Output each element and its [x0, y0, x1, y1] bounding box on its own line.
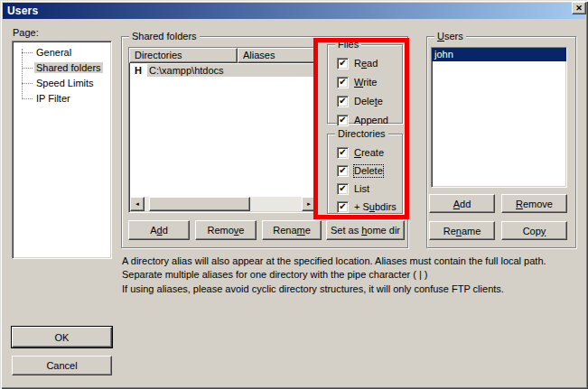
- directories-list: Directories Aliases H C:\xampp\htdocs ◄ …: [128, 47, 318, 213]
- check-icon: ✔: [339, 184, 346, 193]
- titlebar[interactable]: Users: [3, 3, 585, 19]
- tree-item-label-selected: Shared folders: [34, 62, 103, 73]
- list-checkbox[interactable]: ✔: [337, 183, 349, 195]
- directories-group-label: Directories: [335, 128, 388, 140]
- button-label: Set as home dir: [331, 225, 400, 236]
- files-permissions-group: Files ✔ Read ✔ Write ✔ Delete ✔ Append: [327, 44, 403, 124]
- tree-item-label: General: [34, 47, 73, 58]
- folder-add-button[interactable]: Add: [128, 220, 190, 240]
- arrow-right-icon: ►: [306, 201, 312, 207]
- column-header-directories[interactable]: Directories: [129, 48, 238, 63]
- tree-item-ip-filter[interactable]: IP Filter: [13, 91, 111, 107]
- dir-delete-checkbox[interactable]: ✔: [337, 165, 349, 177]
- set-as-home-dir-button[interactable]: Set as home dir: [326, 220, 405, 240]
- label-pre: Cop: [523, 226, 541, 236]
- label-post: dd: [460, 199, 471, 209]
- label-pre: Delete: [354, 165, 383, 176]
- list-header: Directories Aliases: [129, 48, 317, 63]
- checkbox-row-dir-delete[interactable]: ✔ Delete: [337, 164, 383, 178]
- checkbox-row-write[interactable]: ✔ Write: [337, 76, 377, 89]
- file-delete-label: Delete: [354, 96, 383, 107]
- user-add-button[interactable]: Add: [429, 194, 495, 213]
- files-group-label: Files: [335, 39, 361, 51]
- list-label: List: [354, 183, 369, 195]
- horizontal-scrollbar[interactable]: ◄ ►: [130, 197, 316, 211]
- user-remove-button[interactable]: Remove: [501, 194, 567, 213]
- ok-button[interactable]: OK: [12, 327, 112, 347]
- checkbox-row-create[interactable]: ✔ Create: [337, 146, 384, 160]
- alias-description-text: A directory alias will also appear at th…: [122, 255, 581, 281]
- label-post: reate: [361, 147, 384, 158]
- user-rename-button[interactable]: Rename: [429, 221, 495, 240]
- folder-rename-button[interactable]: Rename: [262, 220, 322, 240]
- label-post: bdirs: [375, 201, 397, 212]
- file-delete-checkbox[interactable]: ✔: [337, 96, 349, 107]
- read-checkbox[interactable]: ✔: [337, 58, 349, 69]
- shared-folders-group-label: Shared folders: [129, 31, 200, 42]
- close-icon: ✕: [575, 5, 583, 13]
- button-label: Add: [453, 199, 471, 209]
- tree-item-speed-limits[interactable]: Speed Limits: [13, 76, 111, 91]
- label-post: ame: [462, 226, 481, 236]
- button-label: Rename: [443, 226, 481, 236]
- label-mnemonic: m: [297, 225, 305, 236]
- users-dialog: Users ✕ Page: General Shared folders Spe…: [0, 0, 588, 389]
- append-checkbox[interactable]: ✔: [337, 115, 349, 126]
- subdirs-label: + Subdirs: [354, 201, 397, 213]
- write-label: Write: [354, 77, 377, 88]
- label-mnemonic: A: [453, 199, 460, 209]
- users-group-label: Users: [434, 31, 466, 42]
- label-pre: List: [354, 183, 369, 194]
- label-pre: Remo: [208, 225, 234, 236]
- label-post: e: [305, 225, 311, 236]
- directory-path: C:\xampp\htdocs: [147, 64, 317, 77]
- cyclic-warning-text: If using aliases, please avoid cyclic di…: [122, 282, 581, 296]
- create-checkbox[interactable]: ✔: [337, 147, 349, 159]
- home-dir-marker: H: [129, 65, 147, 76]
- label-post: rite: [363, 77, 377, 88]
- label-pre: + S: [354, 201, 369, 212]
- close-button[interactable]: ✕: [572, 2, 586, 14]
- label-pre: Append: [354, 115, 388, 125]
- label-mnemonic: R: [516, 199, 523, 209]
- user-item-john[interactable]: john: [432, 48, 566, 61]
- label-mnemonic: W: [354, 77, 363, 88]
- tree-item-label: Speed Limits: [34, 78, 96, 88]
- column-header-aliases[interactable]: Aliases: [238, 48, 317, 63]
- check-icon: ✔: [339, 78, 346, 87]
- label-post: e: [378, 96, 383, 107]
- button-label: Remove: [516, 199, 553, 209]
- checkbox-row-subdirs[interactable]: ✔ + Subdirs: [337, 200, 397, 214]
- read-label: Read: [354, 58, 378, 69]
- directory-row[interactable]: H C:\xampp\htdocs: [129, 63, 317, 78]
- label-mnemonic: U: [437, 31, 444, 42]
- folder-remove-button[interactable]: Remove: [195, 220, 257, 240]
- directories-permissions-group: Directories ✔ Create ✔ Delete ✔ List ✔ +…: [327, 134, 403, 214]
- cancel-button[interactable]: Cancel: [12, 356, 112, 375]
- label-pre: Re: [443, 226, 456, 236]
- write-checkbox[interactable]: ✔: [337, 77, 349, 88]
- tree-item-general[interactable]: General: [13, 45, 111, 60]
- button-label: Remove: [208, 225, 245, 236]
- scroll-left-button[interactable]: ◄: [130, 197, 145, 211]
- checkbox-row-append[interactable]: ✔ Append: [337, 114, 388, 127]
- tree-item-label: IP Filter: [34, 93, 72, 104]
- checkbox-row-file-delete[interactable]: ✔ Delete: [337, 95, 383, 108]
- checkbox-row-list[interactable]: ✔ List: [337, 182, 369, 196]
- page-label: Page:: [13, 27, 39, 38]
- user-copy-button[interactable]: Copy: [501, 221, 567, 240]
- checkbox-row-read[interactable]: ✔ Read: [337, 57, 378, 70]
- label-post: ad: [367, 58, 378, 69]
- tree-item-shared-folders[interactable]: Shared folders: [13, 60, 111, 76]
- button-label: Copy: [523, 226, 546, 236]
- check-icon: ✔: [339, 116, 346, 125]
- check-icon: ✔: [339, 202, 346, 211]
- subdirs-checkbox[interactable]: ✔: [337, 201, 349, 213]
- scroll-right-button[interactable]: ►: [302, 197, 316, 211]
- check-icon: ✔: [339, 97, 346, 106]
- label-pre: Set as: [331, 225, 361, 236]
- label-pre: Rena: [273, 225, 296, 236]
- scrollbar-thumb[interactable]: [149, 197, 250, 211]
- check-icon: ✔: [339, 148, 346, 157]
- create-label: Create: [354, 147, 384, 159]
